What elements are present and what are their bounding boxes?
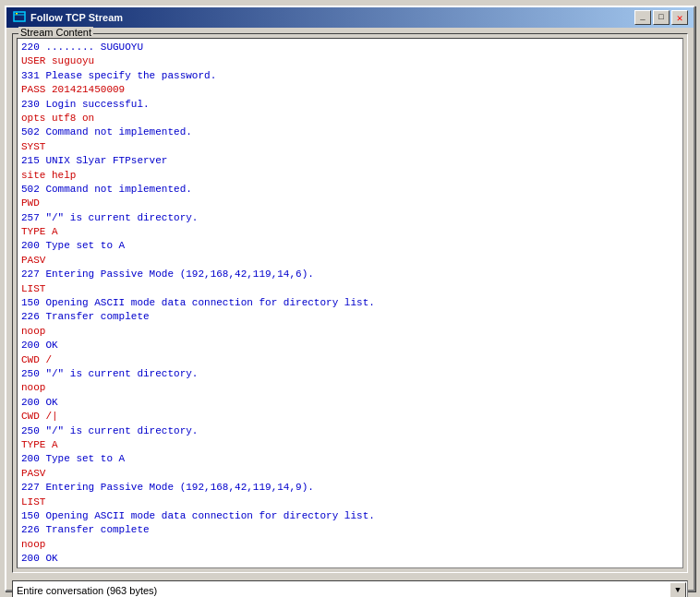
stream-line: USER suguoyu bbox=[21, 54, 679, 68]
close-title-button[interactable]: ✕ bbox=[671, 10, 688, 25]
stream-line: TYPE A bbox=[21, 225, 679, 239]
stream-line: 502 Command not implemented. bbox=[21, 125, 679, 139]
title-bar-left: Follow TCP Stream bbox=[12, 10, 123, 25]
stream-line: noop bbox=[21, 325, 679, 339]
stream-line: PASV bbox=[21, 467, 679, 481]
stream-line: 215 UNIX Slyar FTPserver bbox=[21, 154, 679, 168]
stream-line: 230 Login successful. bbox=[21, 98, 679, 112]
group-label: Stream Content bbox=[18, 27, 93, 38]
stream-line: 257 "/" is current directory. bbox=[21, 211, 679, 225]
stream-line: PASS 201421450009 bbox=[21, 83, 679, 97]
stream-line: 227 Entering Passive Mode (192,168,42,11… bbox=[21, 268, 679, 281]
stream-line: opts utf8 on bbox=[21, 112, 679, 125]
stream-text-area[interactable]: 220 ........ SUGUOYUUSER suguoyu331 Plea… bbox=[17, 38, 683, 568]
stream-line: 331 Please specify the password. bbox=[21, 69, 679, 83]
stream-line: TYPE A bbox=[21, 438, 679, 452]
stream-line: 227 Entering Passive Mode (192,168,42,11… bbox=[21, 481, 679, 495]
stream-line: 226 Transfer complete bbox=[21, 523, 679, 537]
stream-line: LIST bbox=[21, 496, 679, 509]
window-title: Follow TCP Stream bbox=[30, 12, 123, 23]
dropdown-wrapper: Entire conversation (963 bytes) ▼ bbox=[12, 580, 688, 597]
follow-tcp-stream-window: Follow TCP Stream _ □ ✕ Stream Content 2… bbox=[5, 6, 695, 591]
minimize-button[interactable]: _ bbox=[634, 10, 651, 25]
stream-line: 200 Type set to A bbox=[21, 239, 679, 253]
conversation-dropdown[interactable]: Entire conversation (963 bytes) bbox=[12, 580, 688, 597]
stream-line: 200 Type set to A bbox=[21, 452, 679, 466]
stream-group-box: Stream Content 220 ........ SUGUOYUUSER … bbox=[12, 33, 688, 573]
maximize-button[interactable]: □ bbox=[653, 10, 670, 25]
stream-line: 226 Transfer complete bbox=[21, 310, 679, 324]
stream-line: noop bbox=[21, 381, 679, 395]
title-bar: Follow TCP Stream _ □ ✕ bbox=[6, 7, 694, 28]
stream-line: site help bbox=[21, 169, 679, 183]
dropdown-row: Entire conversation (963 bytes) ▼ bbox=[12, 580, 688, 597]
stream-line: LIST bbox=[21, 282, 679, 296]
stream-line: 150 Opening ASCII mode data connection f… bbox=[21, 296, 679, 310]
stream-line: noop bbox=[21, 538, 679, 552]
stream-line: 200 OK bbox=[21, 552, 679, 566]
svg-rect-2 bbox=[16, 13, 18, 15]
stream-line: 250 "/" is current directory. bbox=[21, 424, 679, 438]
stream-line: PWD bbox=[21, 197, 679, 210]
title-buttons: _ □ ✕ bbox=[634, 10, 688, 25]
stream-line: 250 "/" is current directory. bbox=[21, 367, 679, 381]
stream-line: 200 OK bbox=[21, 396, 679, 410]
stream-line: 150 Opening ASCII mode data connection f… bbox=[21, 509, 679, 523]
stream-line: 502 Command not implemented. bbox=[21, 183, 679, 197]
window-content: Stream Content 220 ........ SUGUOYUUSER … bbox=[6, 28, 694, 597]
stream-line: PASV bbox=[21, 254, 679, 268]
stream-line: 220 ........ SUGUOYU bbox=[21, 41, 679, 54]
window-icon bbox=[12, 10, 27, 25]
stream-line: CWD / bbox=[21, 353, 679, 367]
stream-line: SYST bbox=[21, 140, 679, 154]
svg-rect-0 bbox=[14, 12, 25, 21]
stream-line: 200 OK bbox=[21, 339, 679, 352]
stream-line: CWD /| bbox=[21, 410, 679, 424]
